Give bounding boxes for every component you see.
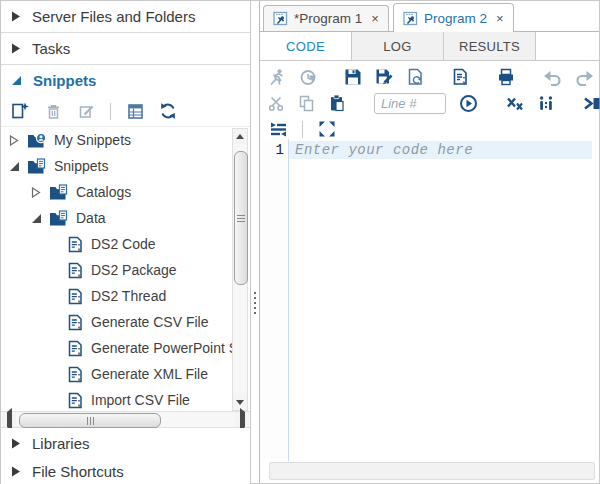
properties-icon xyxy=(127,103,144,120)
tree-item-label: My Snippets xyxy=(54,132,131,148)
snippet-file-icon: ; xyxy=(67,340,84,357)
go-to-line-button[interactable] xyxy=(459,93,478,113)
vertical-scroll-thumb[interactable] xyxy=(234,151,248,285)
tab-code[interactable]: CODE xyxy=(260,32,352,60)
snippet-file-icon: ; xyxy=(67,262,84,279)
tab-label: Program 2 xyxy=(424,11,487,26)
svg-text:;: ; xyxy=(77,345,80,356)
tree-item-my-snippets[interactable]: My Snippets xyxy=(1,127,232,153)
snippet-file-icon: ; xyxy=(67,236,84,253)
clear-code-icon xyxy=(506,95,524,112)
tree-item-label: DS2 Code xyxy=(91,236,156,252)
edit-snippet-button[interactable] xyxy=(76,101,96,121)
svg-text:;: ; xyxy=(77,319,80,330)
panel-splitter[interactable] xyxy=(251,1,259,483)
toolbar-separator xyxy=(110,103,111,120)
save-button[interactable] xyxy=(344,67,362,87)
tab-program-1[interactable]: *Program 1 × xyxy=(263,5,389,31)
maximize-view-button[interactable] xyxy=(317,119,337,139)
scroll-right-button[interactable] xyxy=(235,412,249,427)
tree-item-snippets[interactable]: Snippets xyxy=(1,153,232,179)
tree-item-ds2-package[interactable]: ; DS2 Package xyxy=(1,257,232,283)
tree-item-label: Snippets xyxy=(54,158,108,174)
tree-item-catalogs[interactable]: Catalogs xyxy=(1,179,232,205)
tree-item-generate-csv[interactable]: ; Generate CSV File xyxy=(1,309,232,335)
sas-program-icon xyxy=(403,11,418,26)
navigation-pane: Server Files and Folders Tasks Snippets xyxy=(1,1,251,483)
caret-collapsed-icon[interactable] xyxy=(31,187,42,198)
paste-button[interactable] xyxy=(328,93,346,113)
code-editor[interactable]: 1 Enter your code here xyxy=(261,139,599,483)
caret-expanded-icon[interactable] xyxy=(31,213,42,224)
caret-right-icon xyxy=(11,466,21,477)
snippet-file-icon: ; xyxy=(67,366,84,383)
tree-item-label: DS2 Thread xyxy=(91,288,166,304)
undo-button[interactable] xyxy=(543,67,562,87)
new-snippet-button[interactable] xyxy=(10,101,30,121)
caret-collapsed-icon[interactable] xyxy=(9,135,20,146)
refresh-button[interactable] xyxy=(158,101,178,121)
run-button[interactable] xyxy=(268,67,286,87)
tab-program-2[interactable]: Program 2 × xyxy=(393,3,514,32)
tree-item-generate-xml[interactable]: ; Generate XML File xyxy=(1,361,232,387)
tree-item-generate-powerpoint[interactable]: ; Generate PowerPoint S xyxy=(1,335,232,361)
go-to-line-icon xyxy=(459,94,478,113)
batch-submit-icon xyxy=(583,95,600,112)
tree-item-data[interactable]: Data xyxy=(1,205,232,231)
batch-submit-button[interactable] xyxy=(583,93,600,113)
caret-expanded-icon[interactable] xyxy=(9,161,20,172)
section-label: Server Files and Folders xyxy=(32,8,195,25)
sidebar-section-server-files[interactable]: Server Files and Folders xyxy=(1,1,250,33)
cut-button[interactable] xyxy=(268,93,285,113)
sidebar-section-file-shortcuts[interactable]: File Shortcuts xyxy=(1,459,250,484)
horizontal-scroll-thumb[interactable] xyxy=(19,413,161,428)
tab-results[interactable]: RESULTS xyxy=(444,32,536,60)
program-toolbar: ▾ xyxy=(260,61,599,144)
save-icon xyxy=(344,68,362,86)
scroll-up-button[interactable] xyxy=(233,129,247,144)
section-label: Libraries xyxy=(32,435,90,452)
folder-snippet-icon xyxy=(49,210,69,227)
sas-studio-window: Server Files and Folders Tasks Snippets xyxy=(0,0,600,484)
tabbar-filler xyxy=(536,32,599,60)
folder-snippet-icon xyxy=(49,184,69,201)
recover-program-button[interactable] xyxy=(407,67,424,87)
tab-log[interactable]: LOG xyxy=(352,32,444,60)
document-tabbar: *Program 1 × Program 2 × xyxy=(260,1,599,32)
redo-button[interactable] xyxy=(575,67,594,87)
code-outline-button[interactable] xyxy=(268,119,288,139)
snippet-file-icon: ; xyxy=(67,314,84,331)
sidebar-section-libraries[interactable]: Libraries xyxy=(1,428,250,460)
editor-placeholder: Enter your code here xyxy=(295,142,473,158)
dropdown-caret-icon: ▾ xyxy=(309,70,316,85)
scroll-left-button[interactable] xyxy=(2,412,16,427)
tree-vertical-scrollbar[interactable] xyxy=(232,128,248,411)
sidebar-section-snippets[interactable]: Snippets xyxy=(1,65,250,96)
close-tab-icon[interactable]: × xyxy=(371,12,379,25)
tree-item-import-csv[interactable]: ; Import CSV File xyxy=(1,387,232,411)
thumb-grip-icon xyxy=(237,215,245,222)
tree-horizontal-scrollbar[interactable] xyxy=(1,411,250,428)
trash-icon xyxy=(45,103,62,120)
sidebar-section-tasks[interactable]: Tasks xyxy=(1,33,250,65)
delete-snippet-button[interactable] xyxy=(43,101,63,121)
clear-code-button[interactable] xyxy=(506,93,524,113)
close-tab-icon[interactable]: × xyxy=(496,12,504,25)
editor-horizontal-scrollbar[interactable] xyxy=(269,462,595,480)
tree-item-label: Catalogs xyxy=(76,184,131,200)
redo-icon xyxy=(575,69,594,86)
new-program-button[interactable]: ; xyxy=(452,67,469,87)
tree-item-ds2-code[interactable]: ; DS2 Code xyxy=(1,231,232,257)
code-outline-icon xyxy=(269,121,288,138)
snippet-properties-button[interactable] xyxy=(125,101,145,121)
format-code-button[interactable] xyxy=(537,93,555,113)
line-number: 1 xyxy=(276,142,284,158)
save-as-button[interactable] xyxy=(375,67,394,87)
submission-history-button[interactable]: ▾ xyxy=(299,67,316,87)
editor-gutter: 1 xyxy=(261,139,289,461)
copy-button[interactable] xyxy=(298,93,315,113)
folder-user-icon xyxy=(27,132,47,149)
print-button[interactable] xyxy=(497,67,515,87)
line-number-input[interactable] xyxy=(374,93,446,114)
tree-item-ds2-thread[interactable]: ; DS2 Thread xyxy=(1,283,232,309)
